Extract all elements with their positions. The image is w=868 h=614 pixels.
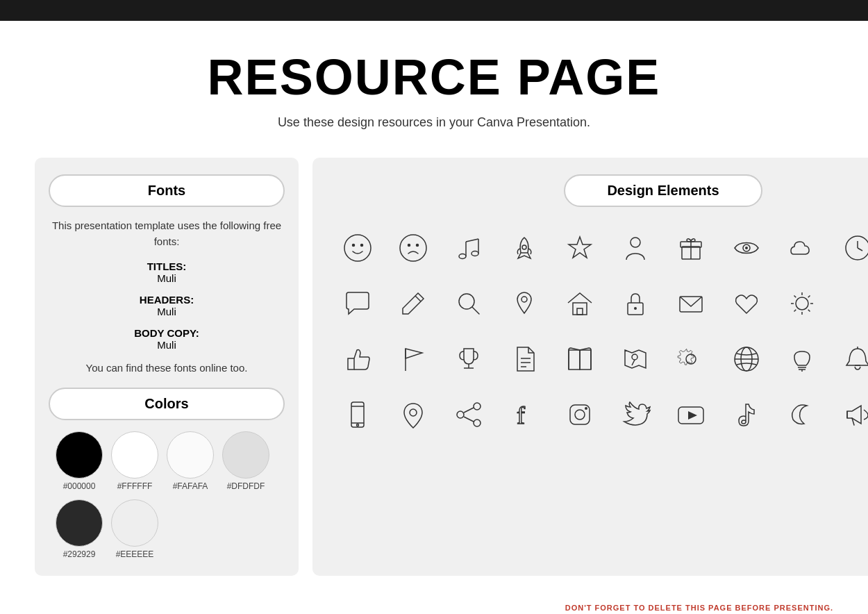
svg-line-22 (415, 296, 421, 301)
icon-moon (778, 390, 826, 439)
icon-search (444, 279, 493, 328)
swatch-dfdfdf: #DFDFDF (222, 431, 269, 491)
icon-document (500, 335, 549, 383)
svg-line-10 (466, 239, 478, 242)
icon-book (556, 335, 604, 383)
svg-point-66 (474, 420, 481, 426)
icon-lock (611, 279, 660, 328)
swatch-label-292929: #292929 (63, 549, 96, 559)
icon-share (444, 390, 493, 439)
icon-star (556, 224, 604, 272)
svg-point-5 (417, 244, 419, 247)
icon-facebook: f (500, 390, 549, 439)
svg-marker-74 (688, 411, 697, 420)
svg-marker-12 (569, 237, 591, 258)
icon-bulb (778, 335, 826, 383)
icon-home (556, 279, 604, 328)
font-titles-label: TITLES: (49, 260, 285, 272)
design-elements-header: Design Elements (326, 174, 868, 207)
icon-smiley (333, 224, 382, 272)
icon-gift (667, 224, 715, 272)
swatch-292929: #292929 (56, 499, 103, 559)
svg-point-6 (459, 254, 466, 259)
icon-thumbsup (333, 335, 382, 383)
icon-eye (722, 224, 771, 272)
page-title: RESOURCE PAGE (0, 49, 868, 106)
font-titles-name: Muli (49, 272, 285, 284)
font-headers: HEADERS: Muli (49, 294, 285, 317)
icon-phone (333, 390, 382, 439)
icon-pin (500, 279, 549, 328)
left-panel: Fonts This presentation template uses th… (35, 158, 299, 576)
fonts-online-note: You can find these fonts online too. (49, 360, 285, 376)
swatch-circle-white (111, 431, 158, 479)
svg-line-38 (808, 296, 810, 298)
svg-point-1 (353, 244, 355, 247)
svg-point-48 (632, 354, 637, 360)
svg-point-71 (575, 410, 585, 420)
font-headers-label: HEADERS: (49, 294, 285, 306)
icon-rocket (500, 224, 549, 272)
swatch-label-white: #FFFFFF (117, 481, 153, 491)
svg-point-62 (357, 424, 359, 426)
icon-envelope (667, 279, 715, 328)
colors-section: Colors #000000 #FFFFFF #FAFAFA #DFDFDF (49, 388, 285, 559)
svg-point-19 (846, 236, 868, 260)
swatch-label-dfdfdf: #DFDFDF (227, 481, 265, 491)
swatch-label-eeeeee: #EEEEEE (116, 549, 154, 559)
svg-line-68 (464, 417, 474, 422)
svg-point-7 (471, 251, 478, 256)
svg-point-25 (521, 297, 527, 302)
icon-grid: f (326, 224, 868, 439)
icon-gear (667, 335, 715, 383)
svg-line-49 (632, 360, 635, 365)
svg-point-63 (410, 409, 417, 416)
icon-placeholder3 (833, 279, 868, 328)
icon-trophy (444, 335, 493, 383)
swatch-white: #FFFFFF (111, 431, 158, 491)
font-body: BODY COPY: Muli (49, 327, 285, 351)
icon-flag (389, 335, 437, 383)
color-grid: #000000 #FFFFFF #FAFAFA #DFDFDF #292929 (49, 431, 285, 559)
swatch-circle-292929 (56, 499, 103, 547)
top-bar (0, 0, 868, 21)
swatch-circle-eeeeee (111, 499, 158, 547)
svg-point-31 (796, 297, 808, 310)
right-panel: Design Elements (312, 158, 868, 576)
icon-pencil (389, 279, 437, 328)
icon-sad (389, 224, 437, 272)
colors-label: Colors (49, 388, 285, 420)
icon-youtube (667, 390, 715, 439)
svg-point-11 (522, 245, 526, 249)
fonts-label: Fonts (49, 174, 285, 207)
icon-heart (722, 279, 771, 328)
svg-text:f: f (517, 401, 525, 429)
svg-line-24 (472, 307, 479, 314)
font-headers-name: Muli (49, 306, 285, 317)
font-body-name: Muli (49, 339, 285, 351)
icon-instagram (556, 390, 604, 439)
icon-sun (778, 279, 826, 328)
svg-point-2 (361, 244, 363, 247)
swatch-circle-dfdfdf (222, 431, 269, 479)
icon-map (611, 335, 660, 383)
swatch-label-black: #000000 (63, 481, 96, 491)
svg-line-21 (858, 248, 862, 251)
swatch-fafafa: #FAFAFA (167, 431, 214, 491)
icon-cloud (778, 224, 826, 272)
icon-tiktok (722, 390, 771, 439)
swatch-circle-black (56, 431, 103, 479)
page-subtitle: Use these design resources in your Canva… (0, 115, 868, 130)
svg-rect-27 (577, 308, 583, 315)
icon-clock (833, 224, 868, 272)
font-titles: TITLES: Muli (49, 260, 285, 284)
svg-point-18 (745, 247, 748, 249)
icon-location (389, 390, 437, 439)
icon-person (611, 224, 660, 272)
page-header: RESOURCE PAGE Use these design resources… (0, 21, 868, 144)
icon-globe (722, 335, 771, 383)
fonts-description: This presentation template uses the foll… (49, 218, 285, 249)
svg-point-29 (634, 307, 637, 310)
icon-megaphone (833, 390, 868, 439)
svg-line-67 (464, 408, 474, 413)
